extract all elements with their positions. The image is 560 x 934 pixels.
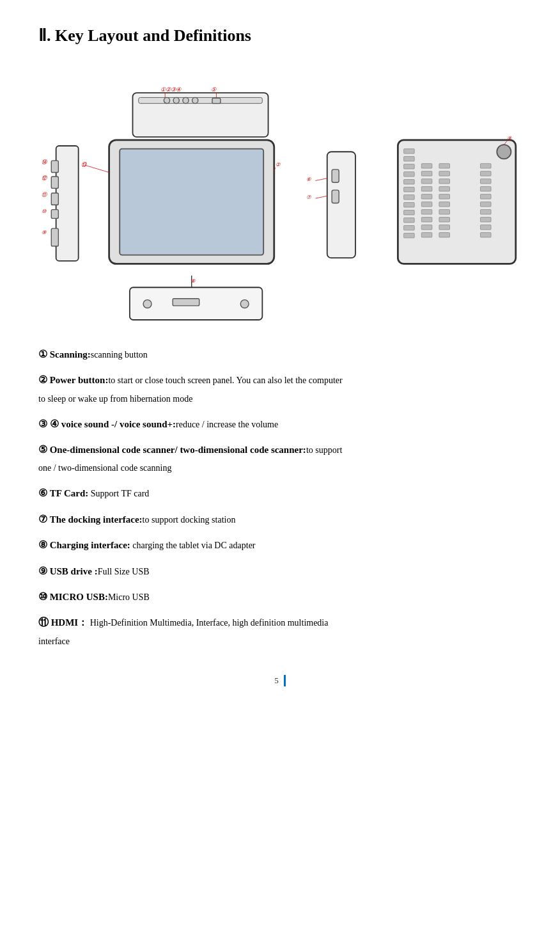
svg-rect-29	[332, 170, 339, 182]
svg-rect-67	[439, 225, 450, 230]
svg-rect-65	[439, 210, 450, 214]
svg-rect-52	[421, 187, 432, 191]
svg-text:⑦: ⑦	[306, 194, 311, 200]
svg-rect-11	[56, 146, 79, 261]
svg-rect-35	[398, 140, 515, 264]
svg-text:⑤: ⑤	[211, 86, 217, 93]
svg-rect-49	[421, 164, 432, 168]
svg-text:⑨: ⑨	[42, 230, 47, 235]
svg-rect-16	[51, 228, 58, 246]
svg-rect-1	[139, 97, 263, 103]
svg-rect-51	[421, 179, 432, 184]
svg-point-83	[143, 300, 152, 308]
item-9: ⑨ USB drive :Full Size USB	[38, 563, 522, 580]
svg-rect-37	[404, 149, 415, 154]
page-number: 5	[274, 676, 279, 686]
svg-text:⑬: ⑬	[81, 162, 88, 168]
svg-rect-61	[439, 179, 450, 184]
page-line-divider	[284, 675, 286, 686]
svg-text:⑧: ⑧	[507, 136, 512, 141]
svg-line-32	[315, 178, 327, 181]
item-8: ⑧ Charging interface: charging the table…	[38, 537, 522, 553]
svg-rect-41	[404, 180, 415, 184]
svg-rect-78	[480, 233, 491, 237]
svg-rect-63	[439, 194, 450, 199]
svg-rect-74	[480, 202, 491, 207]
svg-rect-56	[421, 218, 432, 222]
svg-text:⑪: ⑪	[42, 192, 48, 198]
svg-text:⑭: ⑭	[42, 159, 48, 165]
svg-line-34	[315, 196, 327, 198]
svg-rect-68	[439, 233, 450, 237]
svg-rect-43	[404, 195, 415, 200]
svg-text:⑧: ⑧	[191, 278, 196, 284]
svg-rect-71	[480, 179, 491, 184]
content-section: ① Scanning:scanning button ② Power butto…	[38, 346, 522, 649]
svg-rect-6	[212, 98, 221, 103]
svg-rect-70	[480, 171, 491, 176]
svg-point-3	[173, 97, 179, 103]
svg-rect-23	[120, 149, 263, 255]
svg-rect-13	[51, 177, 58, 188]
diagram-section: ①②③④ ⑤ ⑭ ⑫ ⑪ ⑩ ⑨ ⑬	[38, 65, 522, 333]
item-5-line2: one / two-dimensional code scanning	[38, 461, 522, 476]
svg-point-36	[497, 145, 511, 159]
svg-rect-47	[404, 225, 415, 230]
svg-rect-30	[332, 190, 339, 203]
svg-text:⑫: ⑫	[42, 175, 48, 181]
svg-rect-75	[480, 210, 491, 214]
item-6: ⑥ TF Card: Support TF card	[38, 485, 522, 502]
svg-rect-66	[439, 218, 450, 222]
svg-rect-40	[404, 172, 415, 177]
svg-point-4	[183, 97, 189, 103]
svg-text:①②③④: ①②③④	[160, 86, 182, 93]
svg-rect-84	[173, 299, 199, 306]
svg-rect-57	[421, 225, 432, 230]
svg-rect-77	[480, 225, 491, 230]
svg-text:⑥: ⑥	[306, 177, 311, 182]
item-7: ⑦ The docking interface:to support docki…	[38, 511, 522, 528]
svg-rect-14	[51, 193, 58, 205]
svg-rect-50	[421, 171, 432, 176]
svg-rect-42	[404, 187, 415, 192]
device-diagram: ①②③④ ⑤ ⑭ ⑫ ⑪ ⑩ ⑨ ⑬	[38, 65, 522, 333]
item-1: ① Scanning:scanning button	[38, 346, 522, 363]
item-5-line1: ⑤ One-dimensional code scanner/ two-dime…	[38, 441, 522, 458]
item-3: ③ ④ voice sound -/ voice sound+:reduce /…	[38, 416, 522, 432]
svg-rect-69	[480, 164, 491, 168]
svg-rect-48	[404, 233, 415, 237]
item-2-line1: ② Power button:to start or close touch s…	[38, 372, 522, 388]
svg-rect-62	[439, 187, 450, 191]
svg-rect-12	[51, 161, 58, 172]
item-2-line2: to sleep or wake up from hibernation mod…	[38, 392, 522, 407]
item-11-line1: ⑪ HDMI： High-Definition Multimedia, Inte…	[38, 614, 522, 631]
svg-line-25	[86, 165, 109, 172]
svg-text:⑩: ⑩	[42, 209, 47, 214]
svg-rect-46	[404, 218, 415, 223]
svg-rect-38	[404, 157, 415, 161]
svg-rect-60	[439, 171, 450, 176]
svg-rect-59	[439, 164, 450, 168]
svg-point-5	[192, 97, 198, 103]
svg-rect-45	[404, 210, 415, 215]
item-11-line2: interface	[38, 634, 522, 649]
svg-rect-53	[421, 194, 432, 199]
item-10: ⑩ MICRO USB:Micro USB	[38, 589, 522, 605]
svg-point-2	[164, 97, 169, 103]
svg-point-85	[240, 300, 249, 308]
svg-rect-64	[439, 202, 450, 207]
svg-rect-39	[404, 164, 415, 169]
page-footer: 5	[38, 675, 522, 686]
svg-rect-55	[421, 210, 432, 214]
svg-text:②: ②	[276, 162, 281, 168]
svg-rect-58	[421, 233, 432, 237]
svg-rect-44	[404, 203, 415, 207]
svg-rect-28	[327, 152, 355, 258]
svg-rect-76	[480, 218, 491, 222]
svg-rect-15	[51, 210, 58, 219]
svg-rect-73	[480, 194, 491, 199]
page-title: Ⅱ. Key Layout and Definitions	[38, 26, 522, 45]
svg-rect-72	[480, 187, 491, 191]
svg-rect-54	[421, 202, 432, 207]
